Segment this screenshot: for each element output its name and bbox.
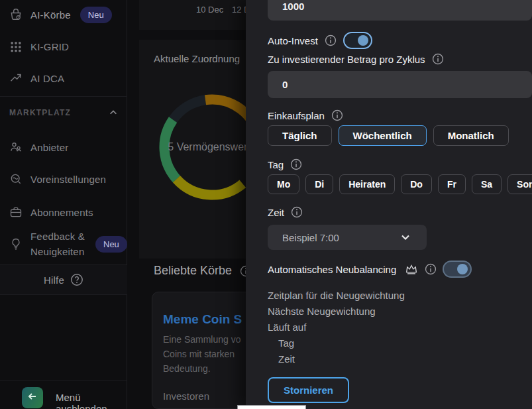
collapse-menu-label[interactable]: Menü ausblenden — [56, 392, 127, 409]
toggle-knob — [358, 35, 368, 46]
popular-baskets-header: Beliebte Körbe — [154, 264, 252, 278]
sidebar-item-ki-grid[interactable]: KI-GRID — [0, 32, 127, 61]
sidebar-item-label: Feedback & Neuigkeiten — [30, 229, 94, 260]
plan-option-woechentlich[interactable]: Wöchentlich — [339, 125, 427, 146]
basket-card-description: Bedeutung. — [163, 361, 211, 376]
day-option-fr[interactable]: Fr — [438, 174, 466, 194]
info-icon[interactable] — [290, 158, 302, 170]
rebalance-toggle[interactable] — [443, 261, 472, 278]
day-option-mi[interactable]: Heiraten — [339, 174, 395, 194]
auto-invest-label: Auto-Invest — [268, 35, 318, 46]
basket-icon — [9, 8, 23, 21]
cycle-amount-input[interactable] — [268, 71, 532, 98]
trend-up-icon — [9, 72, 23, 85]
cycle-amount-label: Zu investierender Betrag pro Zyklus — [268, 54, 425, 65]
section-label: MARKTPLATZ — [9, 108, 71, 117]
popular-baskets-title: Beliebte Körbe — [154, 264, 232, 278]
sidebar-item-voreinstellungen[interactable]: Voreinstellungen — [0, 164, 127, 194]
schedule-line: Tag — [278, 337, 294, 349]
presets-icon — [9, 172, 23, 186]
tooltip-peek — [237, 405, 306, 409]
basket-card-description: Eine Sammlung vo — [163, 332, 241, 347]
day-label: Tag — [268, 159, 284, 170]
day-option-di[interactable]: Di — [305, 174, 333, 194]
new-badge: Neu — [80, 7, 112, 23]
schedule-line: Läuft auf — [268, 321, 306, 333]
collapse-menu-button[interactable] — [22, 387, 43, 408]
allocation-card-title: Aktuelle Zuordnung — [154, 53, 240, 64]
cancel-button[interactable]: Stornieren — [268, 377, 349, 403]
arrow-left-icon — [27, 391, 38, 404]
info-icon[interactable] — [331, 109, 343, 121]
basket-card-description: Coins mit starken — [163, 347, 235, 361]
time-select-value: Beispiel 7:00 — [282, 232, 400, 243]
help-label: Hilfe — [44, 274, 64, 286]
price-chart-card: 10 Dec 12 Dec — [139, 0, 246, 30]
time-select[interactable]: Beispiel 7:00 — [268, 225, 427, 250]
info-icon[interactable] — [325, 34, 337, 46]
plan-label: Einkaufsplan — [268, 110, 325, 121]
lightbulb-icon — [9, 237, 23, 251]
time-label: Zeit — [268, 207, 284, 218]
day-option-do[interactable]: Do — [401, 174, 432, 194]
sidebar-item-label: AI-Körbe — [30, 9, 71, 21]
chevron-down-icon — [400, 232, 411, 243]
info-icon[interactable] — [291, 206, 303, 218]
question-circle-icon — [70, 273, 83, 286]
day-option-mo[interactable]: Mo — [268, 174, 299, 194]
grid-icon — [9, 40, 23, 53]
schedule-line: Nächste Neugewichtung — [268, 306, 376, 317]
x-axis-tick: 10 Dec — [196, 5, 223, 15]
day-options: Mo Di Heiraten Do Fr Sa Sonne — [268, 174, 532, 194]
day-option-sa[interactable]: Sa — [472, 174, 502, 194]
sidebar-item-label: Voreinstellungen — [30, 174, 106, 185]
day-option-so[interactable]: Sonne — [507, 174, 532, 194]
crown-icon — [404, 262, 419, 276]
sidebar-section-marktplatz[interactable]: MARKTPLATZ — [0, 103, 118, 122]
sidebar-item-anbieter[interactable]: Anbieter — [0, 133, 127, 162]
rebalance-label: Automatisches Neubalancing — [268, 264, 396, 275]
schedule-line: Zeit — [278, 353, 295, 365]
new-badge: Neu — [95, 236, 127, 253]
plan-option-monatlich[interactable]: Monatlich — [433, 125, 509, 146]
allocation-card: Aktuelle Zuordnung 5 Vermögenswerte — [139, 40, 246, 259]
sidebar-item-feedback[interactable]: Feedback & Neuigkeiten Neu — [0, 227, 127, 261]
sidebar: AI-Körbe Neu KI-GRID AI DCA MARKTPLATZ A… — [0, 0, 127, 409]
sidebar-item-label: Abonnements — [30, 207, 93, 218]
investors-label: Investoren — [163, 390, 209, 402]
sidebar-item-abonnements[interactable]: Abonnements — [0, 198, 127, 227]
sidebar-item-ai-koerbe[interactable]: AI-Körbe Neu — [0, 0, 127, 29]
briefcase-icon — [9, 205, 23, 219]
info-icon[interactable] — [425, 263, 437, 275]
sidebar-item-label: AI DCA — [30, 73, 64, 84]
divider — [0, 96, 127, 97]
plan-option-taeglich[interactable]: Täglich — [268, 125, 332, 146]
basket-card-title: Meme Coin S — [163, 312, 242, 327]
toggle-knob — [457, 264, 468, 274]
sidebar-item-ai-dca[interactable]: AI DCA — [0, 64, 127, 93]
dca-settings-modal: Auto-Invest Zu investierender Betrag pro… — [246, 0, 532, 409]
info-icon[interactable] — [432, 53, 444, 65]
people-icon — [9, 141, 23, 154]
auto-invest-toggle[interactable] — [343, 32, 372, 49]
schedule-line: Zeitplan für die Neugewichtung — [268, 290, 405, 301]
amount-input[interactable] — [268, 0, 532, 21]
help-button[interactable]: Hilfe — [0, 264, 127, 295]
sidebar-item-label: Anbieter — [30, 142, 68, 153]
sidebar-item-label: KI-GRID — [30, 41, 69, 52]
plan-options: Täglich Wöchentlich Monatlich — [268, 125, 509, 146]
donut-center-label: 5 Vermögenswerte — [168, 141, 256, 153]
chevron-up-icon — [109, 108, 118, 117]
